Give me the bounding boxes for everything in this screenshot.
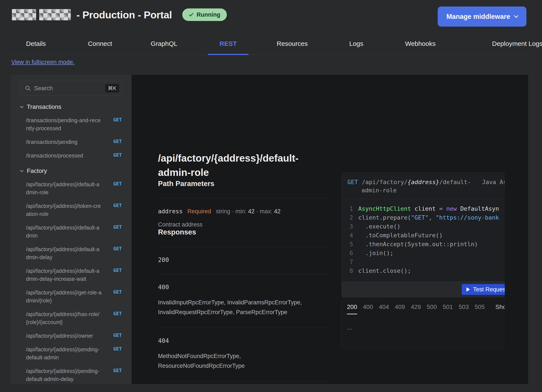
search-input[interactable]: Search ⌘K — [21, 81, 122, 96]
sidebar-section-factory[interactable]: Factory — [21, 167, 122, 174]
status-code-tabs: 200400404409429500501503505Show Sc — [342, 297, 505, 314]
tab-logs[interactable]: Logs — [324, 32, 388, 55]
request-path-wrap: admin-role — [362, 186, 505, 194]
code-line: 5 .thenAccept(System.out::println) — [346, 240, 505, 249]
test-request-label: Test Request — [473, 286, 505, 293]
endpoint-item[interactable]: /transactions/pending-and-recently-proce… — [26, 116, 122, 132]
code-column: GET/api/factory/{address}/default- admin… — [341, 75, 505, 384]
parameter-meta: string · min: 42 · max: 42 — [216, 208, 281, 215]
tab-label: Resources — [277, 40, 308, 47]
response-code: 400 — [158, 284, 331, 291]
endpoint-item[interactable]: /transactions/processedGET — [26, 152, 122, 160]
tab-label: Webhooks — [405, 40, 435, 47]
endpoint-path: /api/factory/{address}/owner — [26, 332, 102, 340]
endpoint-method-badge: GET — [113, 245, 122, 251]
status-tab-409[interactable]: 409 — [395, 304, 405, 311]
status-tab-501[interactable]: 501 — [443, 304, 453, 311]
code-token: = — [439, 205, 446, 212]
search-shortcut-badge: ⌘K — [105, 84, 119, 93]
code-token: AsyncHttpClient — [358, 205, 411, 212]
tab-details[interactable]: Details — [4, 32, 68, 55]
endpoint-item[interactable]: /api/factory/{address}/token-creation-ro… — [26, 202, 122, 218]
endpoint-item[interactable]: /api/factory/{address}/default-adminGET — [26, 224, 122, 240]
response-error-types: MethodNotFoundRpcErrorType, ResourceNotF… — [158, 351, 323, 371]
endpoint-item[interactable]: /api/factory/{address}/get-role-admin/{r… — [26, 289, 122, 305]
endpoint-item[interactable]: /api/factory/{address}/has-role/{role}/{… — [26, 310, 122, 326]
show-schema-toggle[interactable]: Show Sc — [495, 304, 505, 311]
sidebar-section-label: Transactions — [27, 103, 61, 110]
status-tab-404[interactable]: 404 — [379, 304, 389, 311]
code-token: client — [411, 205, 439, 212]
sidebar-section-transactions[interactable]: Transactions — [21, 103, 122, 110]
endpoint-path: /transactions/pending-and-recently-proce… — [26, 116, 102, 132]
code-token: DefaultAsyn — [457, 205, 499, 212]
response-error-types: InvalidInputRpcErrorType, InvalidParamsR… — [158, 298, 323, 317]
responses-heading: Responses — [158, 228, 331, 236]
language-selector[interactable]: Java AsyncH — [482, 178, 505, 186]
endpoint-item[interactable]: /api/factory/{address}/default-admin-del… — [26, 267, 122, 283]
redacted-brand-pixelation — [12, 9, 36, 20]
endpoint-method-badge: GET — [113, 138, 122, 144]
divider — [158, 381, 331, 381]
check-icon — [189, 13, 194, 17]
fullscreen-link[interactable]: View in fullscreen mode. — [11, 59, 75, 65]
tab-label: GraphQL — [151, 40, 177, 47]
endpoint-item[interactable]: /api/factory/{address}/default-admin-del… — [26, 245, 122, 261]
parameter-min-value: 42 — [248, 208, 255, 215]
line-number: 2 — [346, 213, 353, 222]
tab-rest[interactable]: REST — [196, 32, 260, 55]
test-request-button[interactable]: Test Request — [462, 284, 505, 295]
status-badge-label: Running — [196, 11, 220, 18]
status-tab-500[interactable]: 500 — [427, 304, 437, 311]
request-path: /api/factory/{address}/default- — [362, 179, 471, 185]
code-token: client.close(); — [358, 267, 411, 274]
endpoint-item[interactable]: /api/factory/{address}/pending-default-a… — [26, 345, 122, 361]
endpoint-docs: /api/factory/{address}/default-admin-rol… — [158, 151, 331, 384]
code-token: , — [428, 214, 436, 221]
tab-graphql[interactable]: GraphQL — [132, 32, 196, 55]
request-path-segment: /api/factory/ — [362, 179, 408, 185]
code-line: 1AsyncHttpClient client = new DefaultAsy… — [346, 204, 505, 213]
tab-webhooks[interactable]: Webhooks — [388, 32, 452, 55]
manage-middleware-button[interactable]: Manage middleware — [438, 6, 526, 27]
request-path-segment: {address} — [408, 179, 439, 185]
code-sample-block: GET/api/factory/{address}/default- admin… — [341, 173, 505, 298]
status-tab-503[interactable]: 503 — [459, 304, 469, 311]
endpoint-path: /api/factory/{address}/default-admin-rol… — [26, 180, 102, 196]
endpoint-method-badge: GET — [113, 332, 122, 338]
tab-deployment-logs[interactable]: Deployment Logs — [452, 32, 542, 55]
request-method: GET — [347, 179, 358, 185]
endpoint-item[interactable]: /api/factory/{address}/default-admin-rol… — [26, 180, 122, 196]
endpoint-item[interactable]: /transactions/pendingGET — [26, 138, 122, 146]
tab-label: REST — [219, 40, 237, 47]
tab-connect[interactable]: Connect — [68, 32, 132, 55]
parameter-max-label: · max: — [256, 208, 272, 215]
code-token: .join(); — [358, 250, 394, 256]
status-badge: Running — [182, 8, 227, 21]
status-tab-200[interactable]: 200 — [347, 304, 357, 314]
code-line: 7 — [346, 258, 505, 266]
code-editor: 1AsyncHttpClient client = new DefaultAsy… — [342, 199, 505, 281]
status-tab-429[interactable]: 429 — [411, 304, 421, 311]
chevron-down-icon — [514, 13, 518, 18]
code-line: 2client.prepare("GET", "https://sony-ban… — [346, 213, 505, 222]
code-line-content: .join(); — [358, 249, 394, 258]
search-placeholder: Search — [34, 85, 105, 92]
header: - Production - Portal Running — [12, 4, 227, 26]
status-tab-400[interactable]: 400 — [363, 304, 373, 311]
endpoint-item[interactable]: /api/factory/{address}/pending-default-a… — [26, 367, 122, 383]
code-token: .execute() — [358, 223, 401, 230]
response-code: 404 — [158, 337, 331, 344]
endpoint-path: /api/factory/{address}/pending-default-a… — [26, 367, 102, 383]
code-token: .toCompletableFuture() — [358, 232, 443, 239]
tab-resources[interactable]: Resources — [260, 32, 324, 55]
line-number: 4 — [346, 231, 353, 240]
active-tab-underline — [208, 54, 249, 55]
endpoint-item[interactable]: /api/factory/{address}/ownerGET — [26, 332, 122, 340]
line-number: 1 — [346, 204, 353, 213]
tab-label: Logs — [349, 40, 363, 47]
line-number: 6 — [346, 249, 353, 258]
rest-playground-panel: Search ⌘K Transactions/transactions/pend… — [11, 75, 528, 384]
status-tab-505[interactable]: 505 — [475, 304, 485, 311]
search-icon — [25, 86, 31, 91]
